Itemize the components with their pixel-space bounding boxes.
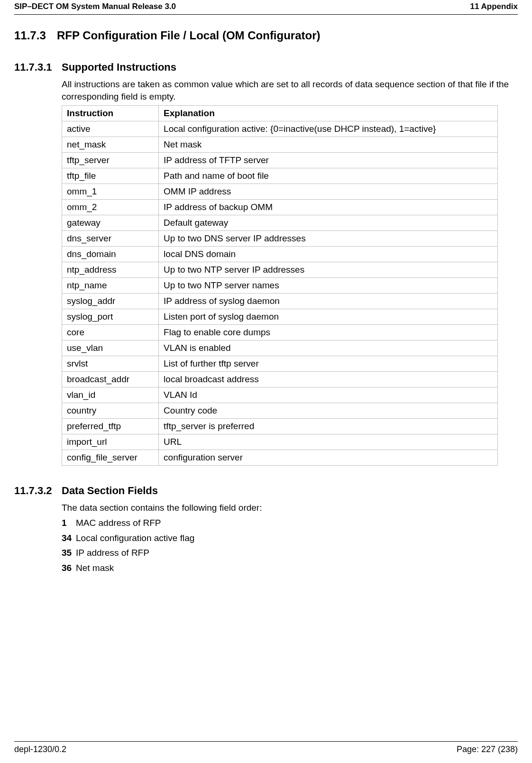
section-body: The data section contains the following … bbox=[62, 502, 518, 574]
table-row: tftp_serverIP address of TFTP server bbox=[62, 153, 498, 168]
header-left: SIP–DECT OM System Manual Release 3.0 bbox=[14, 2, 176, 11]
cell-instruction: omm_1 bbox=[62, 184, 159, 200]
table-row: tftp_filePath and name of boot file bbox=[62, 168, 498, 184]
cell-instruction: core bbox=[62, 325, 159, 340]
table-row: broadcast_addrlocal broadcast address bbox=[62, 372, 498, 387]
table-row: syslog_addrIP address of syslog daemon bbox=[62, 294, 498, 309]
heading-title: RFP Configuration File / Local (OM Confi… bbox=[57, 29, 321, 42]
paragraph: All instructions are taken as common val… bbox=[62, 78, 518, 102]
cell-instruction: srvlst bbox=[62, 356, 159, 372]
list-text: Local configuration active flag bbox=[76, 532, 194, 544]
table-row: net_maskNet mask bbox=[62, 137, 498, 153]
cell-explanation: Flag to enable core dumps bbox=[159, 325, 498, 340]
cell-explanation: Up to two DNS server IP addresses bbox=[159, 231, 498, 247]
list-marker: 36 bbox=[62, 562, 76, 574]
heading-11-7-3-2: 11.7.3.2 Data Section Fields bbox=[14, 485, 518, 497]
table-row: config_file_serverconfiguration server bbox=[62, 450, 498, 466]
cell-explanation: Net mask bbox=[159, 137, 498, 153]
list-marker: 35 bbox=[62, 547, 76, 559]
cell-explanation: OMM IP address bbox=[159, 184, 498, 200]
table-row: use_vlanVLAN is enabled bbox=[62, 340, 498, 356]
table-row: preferred_tftptftp_server is preferred bbox=[62, 419, 498, 434]
table-row: dns_serverUp to two DNS server IP addres… bbox=[62, 231, 498, 247]
cell-explanation: URL bbox=[159, 434, 498, 450]
list-item: 1MAC address of RFP bbox=[62, 517, 518, 529]
cell-instruction: dns_server bbox=[62, 231, 159, 247]
cell-explanation: IP address of syslog daemon bbox=[159, 294, 498, 309]
cell-explanation: IP address of backup OMM bbox=[159, 200, 498, 215]
list-text: IP address of RFP bbox=[76, 547, 149, 559]
table-row: vlan_idVLAN Id bbox=[62, 387, 498, 403]
cell-explanation: local DNS domain bbox=[159, 247, 498, 262]
cell-instruction: ntp_name bbox=[62, 278, 159, 294]
table-row: srvlstList of further tftp server bbox=[62, 356, 498, 372]
cell-explanation: Default gateway bbox=[159, 215, 498, 231]
table-row: activeLocal configuration active: {0=ina… bbox=[62, 121, 498, 137]
table-row: ntp_nameUp to two NTP server names bbox=[62, 278, 498, 294]
cell-instruction: dns_domain bbox=[62, 247, 159, 262]
cell-explanation: IP address of TFTP server bbox=[159, 153, 498, 168]
instructions-table: Instruction Explanation activeLocal conf… bbox=[62, 105, 498, 466]
heading-number: 11.7.3.2 bbox=[14, 485, 62, 497]
table-row: omm_2IP address of backup OMM bbox=[62, 200, 498, 215]
cell-explanation: Path and name of boot file bbox=[159, 168, 498, 184]
list-item: 36Net mask bbox=[62, 562, 518, 574]
table-row: omm_1OMM IP address bbox=[62, 184, 498, 200]
cell-instruction: tftp_server bbox=[62, 153, 159, 168]
cell-instruction: active bbox=[62, 121, 159, 137]
table-row: syslog_portListen port of syslog daemon bbox=[62, 309, 498, 325]
table-row: coreFlag to enable core dumps bbox=[62, 325, 498, 340]
page-footer: depl-1230/0.2 Page: 227 (238) bbox=[14, 741, 518, 754]
cell-explanation: tftp_server is preferred bbox=[159, 419, 498, 434]
cell-explanation: Listen port of syslog daemon bbox=[159, 309, 498, 325]
header-right: 11 Appendix bbox=[470, 2, 518, 11]
cell-instruction: ntp_address bbox=[62, 262, 159, 278]
page: SIP–DECT OM System Manual Release 3.0 11… bbox=[0, 0, 532, 763]
cell-explanation: List of further tftp server bbox=[159, 356, 498, 372]
table-row: dns_domainlocal DNS domain bbox=[62, 247, 498, 262]
cell-instruction: syslog_port bbox=[62, 309, 159, 325]
cell-explanation: Local configuration active: {0=inactive(… bbox=[159, 121, 498, 137]
col-explanation: Explanation bbox=[159, 106, 498, 121]
cell-instruction: gateway bbox=[62, 215, 159, 231]
section-body: All instructions are taken as common val… bbox=[62, 78, 518, 466]
cell-instruction: use_vlan bbox=[62, 340, 159, 356]
table-row: import_urlURL bbox=[62, 434, 498, 450]
list-marker: 34 bbox=[62, 532, 76, 544]
page-header: SIP–DECT OM System Manual Release 3.0 11… bbox=[14, 0, 518, 15]
heading-number: 11.7.3.1 bbox=[14, 61, 62, 74]
cell-instruction: import_url bbox=[62, 434, 159, 450]
cell-instruction: syslog_addr bbox=[62, 294, 159, 309]
cell-instruction: config_file_server bbox=[62, 450, 159, 466]
table-row: countryCountry code bbox=[62, 403, 498, 419]
paragraph: The data section contains the following … bbox=[62, 502, 518, 514]
cell-instruction: broadcast_addr bbox=[62, 372, 159, 387]
cell-instruction: vlan_id bbox=[62, 387, 159, 403]
heading-11-7-3-1: 11.7.3.1 Supported Instructions bbox=[14, 61, 518, 74]
cell-explanation: Country code bbox=[159, 403, 498, 419]
cell-explanation: VLAN is enabled bbox=[159, 340, 498, 356]
cell-explanation: Up to two NTP server names bbox=[159, 278, 498, 294]
cell-explanation: configuration server bbox=[159, 450, 498, 466]
table-header-row: Instruction Explanation bbox=[62, 106, 498, 121]
cell-instruction: net_mask bbox=[62, 137, 159, 153]
heading-title: Supported Instructions bbox=[62, 61, 176, 74]
heading-number: 11.7.3 bbox=[14, 29, 57, 42]
cell-explanation: VLAN Id bbox=[159, 387, 498, 403]
list-item: 35IP address of RFP bbox=[62, 547, 518, 559]
cell-explanation: local broadcast address bbox=[159, 372, 498, 387]
cell-instruction: preferred_tftp bbox=[62, 419, 159, 434]
list-item: 34Local configuration active flag bbox=[62, 532, 518, 544]
list-text: Net mask bbox=[76, 562, 114, 574]
cell-instruction: tftp_file bbox=[62, 168, 159, 184]
heading-11-7-3: 11.7.3 RFP Configuration File / Local (O… bbox=[14, 29, 518, 42]
footer-right: Page: 227 (238) bbox=[457, 745, 518, 754]
heading-title: Data Section Fields bbox=[62, 485, 158, 497]
cell-instruction: omm_2 bbox=[62, 200, 159, 215]
table-row: ntp_addressUp to two NTP server IP addre… bbox=[62, 262, 498, 278]
cell-explanation: Up to two NTP server IP addresses bbox=[159, 262, 498, 278]
list-text: MAC address of RFP bbox=[76, 517, 161, 529]
table-row: gatewayDefault gateway bbox=[62, 215, 498, 231]
footer-left: depl-1230/0.2 bbox=[14, 745, 66, 754]
col-instruction: Instruction bbox=[62, 106, 159, 121]
